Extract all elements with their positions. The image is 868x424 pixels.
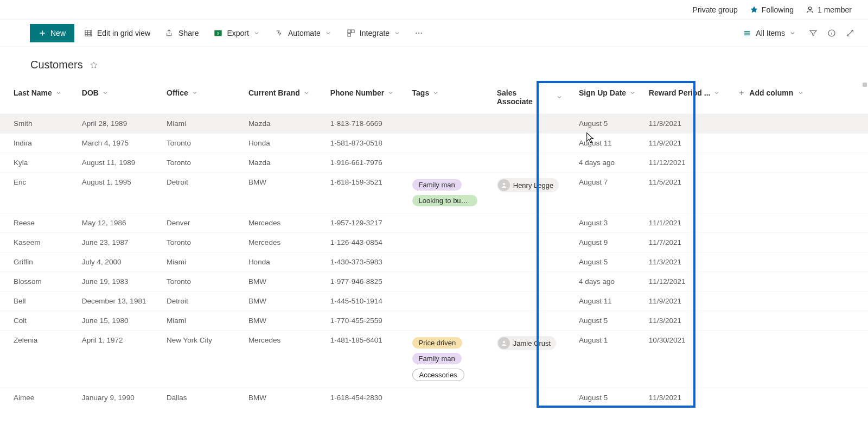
table-row[interactable]: ColtJune 15, 1980MiamiBMW1-770-455-2559A…	[0, 311, 868, 331]
cell: Smith	[0, 114, 82, 134]
table-row[interactable]: ZeleniaApril 1, 1972New York CityMercede…	[0, 331, 868, 388]
table-row[interactable]: GriffinJuly 4, 2000MiamiHonda1-430-373-5…	[0, 252, 868, 272]
col-tags[interactable]: Tags	[412, 81, 497, 114]
cell: Kyla	[0, 153, 82, 173]
tag-pill: Price driven	[412, 337, 463, 349]
cell: Mercedes	[248, 213, 330, 233]
svg-text:X: X	[217, 31, 220, 35]
info-icon[interactable]	[827, 29, 836, 37]
cell: Dallas	[167, 388, 248, 408]
cell: April 28, 1989	[82, 114, 167, 134]
col-reward[interactable]: Reward Period ...	[649, 81, 727, 114]
avatar	[498, 337, 510, 349]
cell: 11/3/2021	[649, 311, 727, 331]
integrate-icon	[347, 29, 355, 37]
filter-icon[interactable]	[809, 29, 818, 37]
scrollbar-thumb[interactable]	[863, 83, 867, 87]
cell	[412, 252, 497, 272]
new-button[interactable]: New	[30, 24, 74, 42]
edit-grid-button[interactable]: Edit in grid view	[79, 24, 156, 42]
following-toggle[interactable]: Following	[750, 5, 794, 14]
cell	[727, 311, 868, 331]
cell	[727, 252, 868, 272]
cell: 1-430-373-5983	[330, 252, 412, 272]
col-last-name-label: Last Name	[14, 88, 52, 97]
col-brand-label: Current Brand	[248, 88, 300, 97]
col-associate[interactable]: Sales Associate	[497, 81, 567, 114]
cell: August 9	[567, 233, 649, 252]
col-dob[interactable]: DOB	[82, 81, 167, 114]
table-row[interactable]: BellDecember 13, 1981DetroitBMW1-445-510…	[0, 292, 868, 311]
cell: 1-957-129-3217	[330, 213, 412, 233]
members-count[interactable]: 1 member	[806, 5, 852, 14]
table-row[interactable]: IndiraMarch 4, 1975TorontoHonda1-581-873…	[0, 134, 868, 153]
share-button[interactable]: Share	[160, 24, 204, 42]
col-last-name[interactable]: Last Name	[0, 81, 82, 114]
view-selector[interactable]: All Items	[739, 29, 799, 37]
integrate-label: Integrate	[360, 29, 390, 37]
cell: New York City	[167, 331, 248, 388]
col-signup-label: Sign Up Date	[579, 88, 626, 97]
table-row[interactable]: BlossomJune 19, 1983TorontoBMW1-977-946-…	[0, 272, 868, 292]
person-chip[interactable]: Henry Legge	[497, 178, 559, 192]
cell: Mercedes	[248, 331, 330, 388]
col-signup[interactable]: Sign Up Date	[567, 81, 649, 114]
cell	[497, 153, 567, 173]
cell: 1-916-661-7976	[330, 153, 412, 173]
chevron-down-icon	[432, 90, 439, 96]
col-brand[interactable]: Current Brand	[248, 81, 330, 114]
avatar	[498, 179, 510, 191]
favorite-star-icon[interactable]	[90, 61, 98, 69]
col-add[interactable]: Add column	[727, 81, 868, 114]
cell: Miami	[167, 114, 248, 134]
export-button[interactable]: X Export	[208, 24, 265, 42]
svg-rect-6	[348, 33, 350, 36]
cell	[412, 311, 497, 331]
cell	[497, 292, 567, 311]
table-row[interactable]: AimeeJanuary 9, 1990DallasBMW1-618-454-2…	[0, 388, 868, 408]
cell: BMW	[248, 388, 330, 408]
cell: May 12, 1986	[82, 213, 167, 233]
table-row[interactable]: SmithApril 28, 1989MiamiMazda1-813-718-6…	[0, 114, 868, 134]
cell: 11/5/2021	[649, 173, 727, 213]
person-icon	[806, 5, 814, 14]
cell: 11/1/2021	[649, 213, 727, 233]
chevron-down-icon	[629, 90, 636, 96]
cell: 1-126-443-0854	[330, 233, 412, 252]
cell: 11/3/2021	[649, 114, 727, 134]
cell: Indira	[0, 134, 82, 153]
tag-pill: Accessories	[412, 369, 464, 381]
chevron-down-icon	[102, 90, 108, 96]
cell	[727, 213, 868, 233]
export-label: Export	[227, 29, 248, 37]
cell: Aimee	[0, 388, 82, 408]
col-phone[interactable]: Phone Number	[330, 81, 412, 114]
cell: August 7	[567, 173, 649, 213]
person-chip[interactable]: Jamie Crust	[497, 336, 556, 350]
view-label: All Items	[756, 29, 785, 37]
person-name: Henry Legge	[513, 181, 553, 189]
cell	[412, 153, 497, 173]
automate-button[interactable]: Automate	[270, 24, 337, 42]
cell: Toronto	[167, 134, 248, 153]
expand-icon[interactable]	[846, 29, 854, 37]
plus-icon	[39, 29, 46, 37]
more-commands-button[interactable]	[410, 29, 427, 37]
cell	[497, 272, 567, 292]
cell: Reese	[0, 213, 82, 233]
svg-point-0	[808, 7, 811, 9]
integrate-button[interactable]: Integrate	[341, 24, 406, 42]
svg-point-8	[418, 32, 419, 33]
table-row[interactable]: KaseemJune 23, 1987TorontoMercedes1-126-…	[0, 233, 868, 252]
cell: Henry Legge	[497, 173, 567, 213]
col-office[interactable]: Office	[167, 81, 248, 114]
chevron-down-icon	[394, 30, 400, 36]
cell	[727, 388, 868, 408]
cell: August 5	[567, 252, 649, 272]
chevron-down-icon	[325, 30, 331, 36]
svg-point-7	[416, 32, 417, 33]
table-row[interactable]: ReeseMay 12, 1986DenverMercedes1-957-129…	[0, 213, 868, 233]
table-row[interactable]: EricAugust 1, 1995DetroitBMW1-618-159-35…	[0, 173, 868, 213]
cell: Detroit	[167, 292, 248, 311]
table-row[interactable]: KylaAugust 11, 1989TorontoMazda1-916-661…	[0, 153, 868, 173]
